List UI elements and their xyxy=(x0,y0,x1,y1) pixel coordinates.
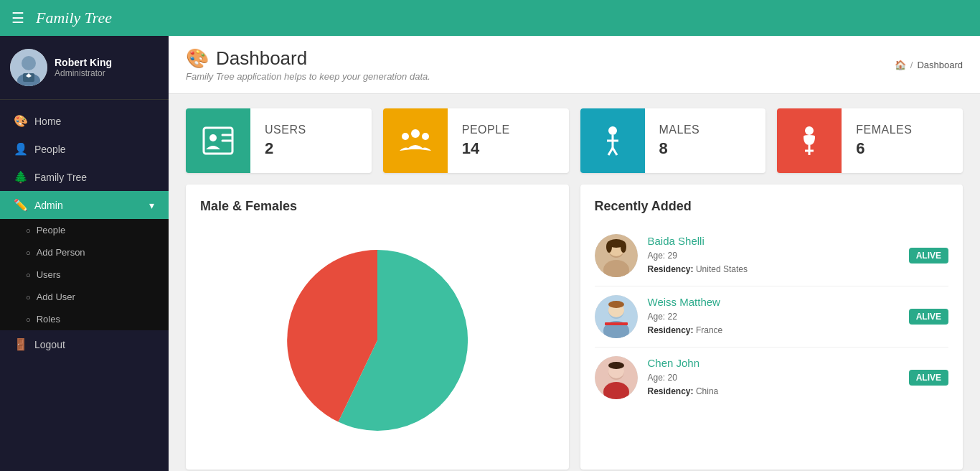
recent-card: Recently Added xyxy=(580,185,963,470)
person-age-1: Age: 29 xyxy=(648,249,899,263)
users-stat-icon xyxy=(186,108,250,173)
stat-card-males[interactable]: MALES 8 xyxy=(580,108,766,173)
users-stat-label: USERS xyxy=(265,123,306,136)
chart-title: Male & Females xyxy=(200,199,555,214)
user-info: Robert King Administrator xyxy=(55,57,112,78)
person-residency-3: Residency: China xyxy=(648,385,899,398)
person-info-2: Weiss Matthew Age: 22 Residency: France xyxy=(648,296,899,337)
sub-roles-label: Roles xyxy=(37,314,60,325)
admin-left: ✏️ Admin xyxy=(14,198,63,212)
sub-add-person-label: Add Person xyxy=(37,247,85,258)
people-stat-label: PEOPLE xyxy=(462,123,510,136)
page-subtitle: Family Tree application helps to keep yo… xyxy=(186,71,430,82)
sub-nav-add-person[interactable]: Add Person xyxy=(0,241,169,264)
svg-line-15 xyxy=(608,148,613,155)
person-avatar-1 xyxy=(595,234,638,277)
svg-point-32 xyxy=(608,301,624,308)
status-badge-1: ALIVE xyxy=(909,248,948,264)
user-name: Robert King xyxy=(55,57,112,68)
residency-label-2: Residency: xyxy=(648,325,694,335)
breadcrumb: 🏠 / Dashboard xyxy=(895,60,963,70)
status-badge-2: ALIVE xyxy=(909,309,948,325)
person-item-3: Chen John Age: 20 Residency: China ALIVE xyxy=(595,348,949,408)
females-stat-icon xyxy=(777,108,842,173)
sidebar-people-label: People xyxy=(34,144,66,155)
person-item-1: Baida Shelli Age: 29 Residency: United S… xyxy=(595,225,949,286)
females-stat-info: FEMALES 6 xyxy=(842,112,926,169)
svg-point-6 xyxy=(209,134,217,141)
sidebar-admin-label: Admin xyxy=(34,200,63,211)
stat-card-users[interactable]: USERS 2 xyxy=(186,108,372,173)
breadcrumb-home-icon[interactable]: 🏠 xyxy=(895,60,906,70)
residency-value-3: China xyxy=(696,386,718,396)
svg-point-11 xyxy=(422,133,429,140)
sidebar-item-home[interactable]: 🎨 Home xyxy=(0,107,169,135)
sidebar-item-admin[interactable]: ✏️ Admin ▾ xyxy=(0,191,169,219)
residency-label-3: Residency: xyxy=(648,386,694,396)
stat-card-people[interactable]: PEOPLE 14 xyxy=(383,108,569,173)
sidebar-family-label: Family Tree xyxy=(34,172,87,183)
person-residency-2: Residency: France xyxy=(648,324,899,337)
svg-line-16 xyxy=(613,148,617,155)
sidebar-home-label: Home xyxy=(34,116,61,127)
sidebar-item-people[interactable]: 👤 People xyxy=(0,135,169,163)
dashboard-icon: 🎨 xyxy=(186,47,209,70)
svg-point-26 xyxy=(621,241,626,253)
residency-value-2: France xyxy=(696,325,722,335)
person-age-2: Age: 22 xyxy=(648,310,899,324)
breadcrumb-current: Dashboard xyxy=(917,60,963,70)
svg-point-12 xyxy=(608,126,617,135)
home-icon: 🎨 xyxy=(14,114,27,128)
hamburger-icon[interactable]: ☰ xyxy=(11,9,24,27)
person-item-2: Weiss Matthew Age: 22 Residency: France … xyxy=(595,286,949,348)
residency-label-1: Residency: xyxy=(648,264,694,274)
males-stat-info: MALES 8 xyxy=(645,112,715,169)
sidebar-nav: 🎨 Home 👤 People 🌲 Family Tree ✏️ Admin ▾ xyxy=(0,100,169,365)
sub-nav-add-user[interactable]: Add User xyxy=(0,286,169,308)
sub-add-user-label: Add User xyxy=(37,292,75,302)
avatar xyxy=(10,49,47,86)
sub-people-label: People xyxy=(37,225,65,236)
sidebar: Robert King Administrator 🎨 Home 👤 Peopl… xyxy=(0,36,169,471)
page-header: 🎨 Dashboard Family Tree application help… xyxy=(169,36,980,94)
page-title: 🎨 Dashboard xyxy=(186,47,430,70)
app-brand: Family Tree xyxy=(36,9,112,27)
users-stat-info: USERS 2 xyxy=(250,112,321,169)
sidebar-item-family-tree[interactable]: 🌲 Family Tree xyxy=(0,163,169,191)
sub-nav: People Add Person Users Add User Roles xyxy=(0,219,169,330)
layout: Robert King Administrator 🎨 Home 👤 Peopl… xyxy=(0,36,980,471)
people-stat-info: PEOPLE 14 xyxy=(448,112,524,169)
sub-nav-users[interactable]: Users xyxy=(0,264,169,286)
person-info-1: Baida Shelli Age: 29 Residency: United S… xyxy=(648,235,899,276)
chart-container xyxy=(200,225,555,455)
chevron-down-icon: ▾ xyxy=(149,200,154,211)
logout-item[interactable]: 🚪 Logout xyxy=(0,330,169,358)
person-name-2[interactable]: Weiss Matthew xyxy=(648,296,899,308)
svg-point-17 xyxy=(805,126,814,135)
sub-users-label: Users xyxy=(37,269,61,280)
sub-nav-roles[interactable]: Roles xyxy=(0,308,169,330)
stat-cards: USERS 2 PEOPLE 14 xyxy=(169,94,980,185)
main-content: 🎨 Dashboard Family Tree application help… xyxy=(169,36,980,471)
person-name-3[interactable]: Chen John xyxy=(648,357,899,369)
person-avatar-3 xyxy=(595,356,638,399)
page-title-section: 🎨 Dashboard Family Tree application help… xyxy=(186,47,430,82)
males-stat-label: MALES xyxy=(659,123,700,136)
svg-rect-31 xyxy=(605,322,628,325)
sub-nav-people[interactable]: People xyxy=(0,219,169,241)
person-name-1[interactable]: Baida Shelli xyxy=(648,235,899,247)
top-nav: ☰ Family Tree xyxy=(0,0,980,36)
bottom-section: Male & Females Recently Ad xyxy=(169,185,980,471)
chart-card: Male & Females xyxy=(186,185,569,470)
pie-chart xyxy=(277,240,478,441)
females-stat-value: 6 xyxy=(856,139,912,158)
person-avatar-2 xyxy=(595,295,638,338)
females-stat-label: FEMALES xyxy=(856,123,912,136)
males-stat-value: 8 xyxy=(659,139,700,158)
logout-label: Logout xyxy=(34,339,65,350)
stat-card-females[interactable]: FEMALES 6 xyxy=(777,108,963,173)
tree-icon: 🌲 xyxy=(14,170,27,184)
person-age-3: Age: 20 xyxy=(648,371,899,385)
people-icon: 👤 xyxy=(14,142,27,156)
svg-point-9 xyxy=(411,129,420,138)
